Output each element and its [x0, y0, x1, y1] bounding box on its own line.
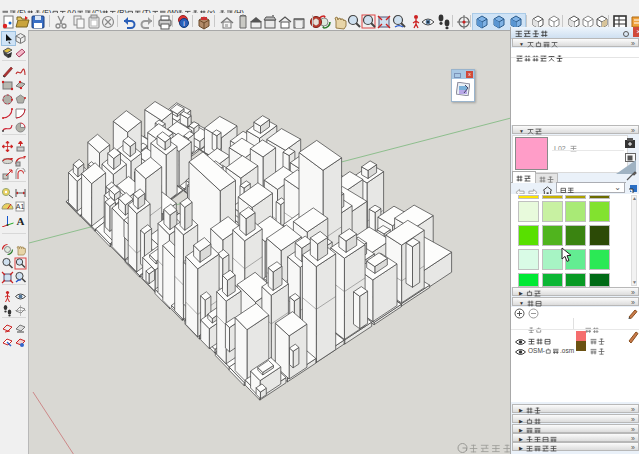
- svg-text:A: A: [17, 215, 25, 227]
- svg-text:A1: A1: [16, 203, 25, 210]
